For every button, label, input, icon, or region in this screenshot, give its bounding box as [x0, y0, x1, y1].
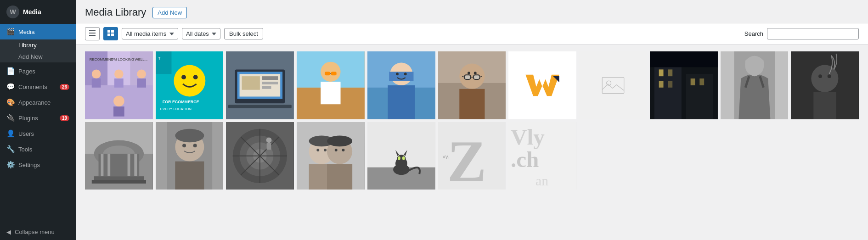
svg-rect-95	[107, 154, 110, 176]
media-grid: RECOMMEND I'M LOOKING WELL...	[76, 45, 868, 240]
media-item[interactable]: RECOMMEND I'M LOOKING WELL...	[85, 51, 153, 119]
svg-rect-38	[262, 82, 278, 84]
svg-marker-66	[526, 75, 559, 96]
media-item[interactable]	[85, 122, 153, 190]
appearance-icon: 🎨	[6, 98, 15, 106]
list-view-button[interactable]	[85, 27, 100, 40]
list-view-icon	[89, 29, 96, 37]
svg-rect-71	[654, 65, 682, 119]
svg-rect-94	[101, 154, 103, 176]
library-label: Library	[18, 42, 37, 49]
sidebar-item-add-new[interactable]: Add New	[0, 51, 76, 62]
svg-point-24	[174, 65, 205, 97]
svg-rect-78	[699, 78, 704, 85]
svg-rect-59	[464, 75, 471, 79]
svg-point-126	[324, 149, 327, 151]
collapse-label: Collapse menu	[15, 229, 55, 235]
svg-rect-44	[321, 82, 340, 104]
tools-icon: 🔧	[6, 145, 15, 153]
users-icon: 👤	[6, 129, 15, 138]
settings-icon: ⚙️	[6, 161, 15, 169]
sidebar-item-comments[interactable]: 💬 Comments 26	[0, 79, 76, 95]
svg-rect-3	[107, 30, 110, 33]
svg-point-127	[335, 149, 338, 151]
media-item[interactable]: Vly .ch an	[508, 122, 576, 190]
media-item[interactable]: Z vy.	[438, 122, 506, 190]
svg-point-137	[398, 156, 400, 160]
sidebar-logo-text: Media	[23, 8, 41, 16]
sidebar-item-tools[interactable]: 🔧 Tools	[0, 141, 76, 157]
collapse-icon: ◀	[6, 229, 11, 235]
sidebar-item-plugins[interactable]: 🔌 Plugins 19	[0, 110, 76, 126]
add-new-button[interactable]: Add New	[152, 7, 187, 18]
sidebar-item-pages[interactable]: 📄 Pages	[0, 63, 76, 79]
svg-rect-39	[262, 86, 271, 89]
media-item[interactable]	[579, 51, 647, 119]
main-content: Media Library Add New All media items Im…	[76, 0, 868, 240]
svg-rect-4	[111, 30, 114, 33]
media-item[interactable]	[297, 122, 365, 190]
sidebar-item-media[interactable]: 🎬 Media	[0, 24, 76, 39]
sidebar-media-label: Media	[18, 28, 34, 35]
sidebar-item-settings[interactable]: ⚙️ Settings	[0, 157, 76, 173]
collapse-menu-button[interactable]: ◀ Collapse menu	[0, 224, 76, 240]
media-item[interactable]	[508, 51, 576, 119]
svg-rect-1	[89, 33, 96, 33]
media-item[interactable]	[650, 51, 718, 119]
date-filter-select[interactable]: All dates 2024 2023	[182, 28, 220, 39]
svg-rect-68	[602, 77, 624, 93]
svg-text:WELL...: WELL...	[135, 57, 147, 61]
svg-rect-45	[325, 72, 330, 75]
svg-point-25	[181, 75, 186, 79]
svg-point-21	[113, 96, 124, 107]
media-item[interactable]	[226, 122, 294, 190]
media-icon: 🎬	[6, 28, 15, 36]
svg-rect-103	[175, 161, 204, 190]
svg-rect-77	[690, 78, 695, 85]
media-item[interactable]	[721, 51, 789, 119]
bulk-select-button[interactable]: Bulk select	[224, 28, 263, 39]
toolbar: All media items Images Audio Video All d…	[76, 23, 868, 45]
svg-rect-99	[92, 180, 146, 184]
svg-text:Vly: Vly	[511, 124, 545, 150]
media-item[interactable]	[438, 51, 506, 119]
svg-text:T: T	[158, 56, 161, 61]
sidebar-item-library[interactable]: Library	[0, 39, 76, 51]
comments-badge: 26	[60, 84, 69, 90]
svg-rect-46	[331, 72, 337, 75]
sidebar-logo: W Media	[0, 0, 76, 24]
svg-rect-86	[814, 92, 836, 119]
media-item[interactable]	[156, 122, 224, 190]
sidebar-item-appearance[interactable]: 🎨 Appearance	[0, 95, 76, 110]
svg-text:FOR ECOMMERCE: FOR ECOMMERCE	[162, 100, 199, 104]
svg-rect-93	[99, 154, 140, 176]
media-item[interactable]	[297, 51, 365, 119]
media-item[interactable]	[791, 51, 859, 119]
page-title: Media Library	[85, 6, 146, 18]
media-filter-select[interactable]: All media items Images Audio Video	[122, 28, 178, 39]
svg-rect-96	[128, 154, 130, 176]
svg-point-17	[137, 69, 146, 78]
svg-rect-2	[89, 35, 96, 36]
grid-view-button[interactable]	[103, 27, 118, 40]
svg-point-104	[175, 129, 204, 143]
svg-point-116	[266, 137, 272, 143]
svg-point-88	[828, 74, 831, 78]
media-item[interactable]: FOR ECOMMERCE EVERY LOCATION T	[156, 51, 224, 119]
svg-point-138	[402, 156, 405, 160]
add-new-sub-label: Add New	[18, 53, 43, 60]
plugins-icon: 🔌	[6, 114, 15, 122]
svg-text:I'M LOOKING: I'M LOOKING	[112, 57, 134, 61]
media-item[interactable]	[226, 51, 294, 119]
svg-rect-97	[134, 154, 137, 176]
sidebar-item-users[interactable]: 👤 Users	[0, 126, 76, 141]
svg-rect-34	[228, 105, 292, 108]
svg-rect-74	[668, 69, 672, 76]
search-input[interactable]	[767, 28, 859, 39]
svg-point-54	[404, 73, 407, 75]
media-item[interactable]	[367, 51, 435, 119]
svg-point-15	[92, 69, 101, 78]
svg-rect-36	[242, 76, 260, 90]
media-item[interactable]	[367, 122, 435, 190]
svg-rect-75	[659, 81, 664, 88]
